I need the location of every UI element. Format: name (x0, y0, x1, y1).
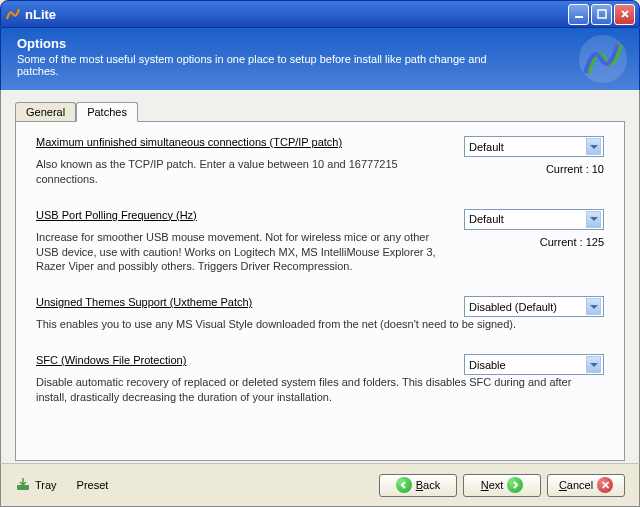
tcpip-current: Current : 10 (464, 163, 604, 175)
section-tcpip: Maximum unfinished simultaneous connecti… (36, 136, 604, 187)
next-button[interactable]: Next (463, 474, 541, 497)
tcpip-value: Default (469, 141, 504, 153)
usb-desc: Increase for smoother USB mouse movement… (36, 230, 444, 275)
wizard-header: Options Some of the most useful system o… (0, 28, 640, 90)
content-area: General Patches Maximum unfinished simul… (0, 90, 640, 463)
usb-title: USB Port Polling Frequency (Hz) (36, 209, 444, 221)
cancel-label: Cancel (559, 479, 593, 491)
usb-dropdown[interactable]: Default (464, 209, 604, 230)
usb-value: Default (469, 213, 504, 225)
page-title: Options (17, 36, 623, 51)
tray-label: Tray (35, 479, 57, 491)
uxtheme-value: Disabled (Default) (469, 301, 557, 313)
next-label: Next (481, 479, 504, 491)
sfc-desc: Disable automatic recovery of replaced o… (36, 375, 604, 405)
minimize-button[interactable] (568, 4, 589, 25)
tab-patches[interactable]: Patches (76, 102, 138, 122)
uxtheme-dropdown[interactable]: Disabled (Default) (464, 296, 604, 317)
window-title: nLite (25, 7, 568, 22)
tcpip-dropdown[interactable]: Default (464, 136, 604, 157)
uxtheme-title: Unsigned Themes Support (Uxtheme Patch) (36, 296, 444, 308)
wizard-footer: Tray Preset Back Next Cancel ✕ (0, 463, 640, 507)
svg-rect-0 (575, 16, 583, 18)
section-uxtheme: Unsigned Themes Support (Uxtheme Patch) … (36, 296, 604, 332)
sfc-dropdown[interactable]: Disable (464, 354, 604, 375)
back-label: Back (416, 479, 440, 491)
tray-link[interactable]: Tray (15, 476, 57, 494)
tcpip-title: Maximum unfinished simultaneous connecti… (36, 136, 444, 148)
back-button[interactable]: Back (379, 474, 457, 497)
chevron-down-icon (586, 298, 601, 315)
chevron-down-icon (586, 356, 601, 373)
tcpip-desc: Also known as the TCP/IP patch. Enter a … (36, 157, 444, 187)
chevron-down-icon (586, 211, 601, 228)
sfc-title: SFC (Windows File Protection) (36, 354, 444, 366)
chevron-down-icon (586, 138, 601, 155)
close-button[interactable] (614, 4, 635, 25)
arrow-right-icon (507, 477, 523, 493)
usb-current: Current : 125 (464, 236, 604, 248)
titlebar: nLite (0, 0, 640, 28)
preset-label: Preset (77, 479, 109, 491)
section-sfc: SFC (Windows File Protection) Disable Di… (36, 354, 604, 405)
tray-icon (15, 476, 31, 494)
nlite-logo (577, 33, 629, 85)
section-usb: USB Port Polling Frequency (Hz) Default … (36, 209, 604, 275)
page-description: Some of the most useful system options i… (17, 53, 497, 77)
tab-general[interactable]: General (15, 102, 76, 121)
svg-rect-1 (598, 10, 606, 18)
app-icon (5, 6, 21, 22)
uxtheme-desc: This enables you to use any MS Visual St… (36, 317, 604, 332)
sfc-value: Disable (469, 359, 506, 371)
preset-link[interactable]: Preset (77, 479, 109, 491)
arrow-left-icon (396, 477, 412, 493)
tab-panel-patches: Maximum unfinished simultaneous connecti… (15, 121, 625, 461)
close-icon: ✕ (597, 477, 613, 493)
cancel-button[interactable]: Cancel ✕ (547, 474, 625, 497)
maximize-button[interactable] (591, 4, 612, 25)
